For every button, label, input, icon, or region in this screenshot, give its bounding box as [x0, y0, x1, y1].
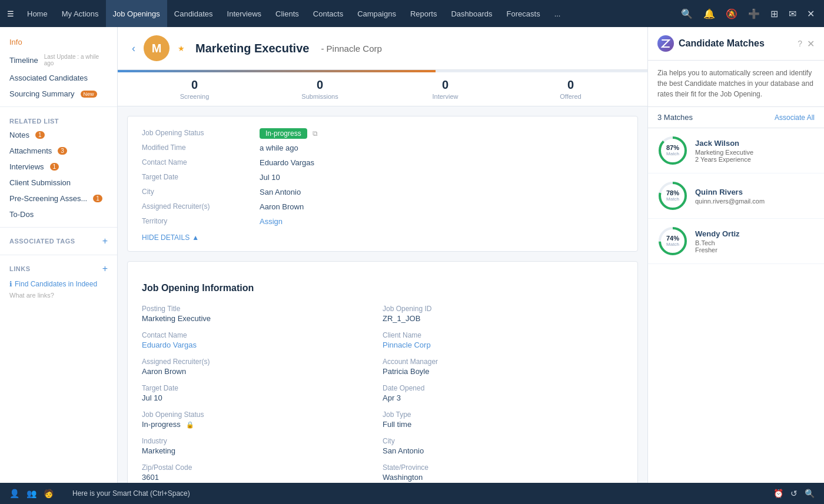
company-name: - Pinnacle Corp: [321, 44, 381, 54]
back-button[interactable]: ‹: [132, 42, 135, 55]
detail-row-recruiter: Assigned Recruiter(s) Aaron Brown: [142, 199, 623, 214]
contact-name-cell: Contact Name Eduardo Vargas: [142, 327, 383, 353]
city-label: City: [142, 188, 260, 196]
match-circle-1: 87% Match: [657, 135, 688, 166]
interviews-badge: 1: [50, 163, 59, 171]
group-icon-bottom[interactable]: 👥: [26, 489, 36, 498]
nav-right-icons: 🔍 🔔 🔕 ➕ ⊞ ✉ ✕: [679, 6, 817, 22]
nav-candidates[interactable]: Candidates: [167, 0, 220, 27]
timeline-label: Timeline: [9, 56, 38, 65]
links-label: LINKS: [9, 265, 31, 272]
state-cell: State/Province Washington: [383, 459, 623, 486]
sidebar-item-timeline[interactable]: Timeline Last Update : a while ago: [0, 50, 117, 70]
nav-clients[interactable]: Clients: [268, 0, 306, 27]
right-panel-header: Candidate Matches ? ✕: [648, 27, 824, 61]
sidebar-item-interviews[interactable]: Interviews 1: [0, 159, 117, 175]
recruiter-label: Assigned Recruiter(s): [142, 202, 260, 211]
contact-name-label: Contact Name: [142, 158, 260, 167]
interview-label: Interview: [383, 93, 508, 100]
status-value: In-progress ⧉: [260, 129, 318, 138]
sidebar-item-notes[interactable]: Notes 1: [0, 127, 117, 143]
person-icon-bottom[interactable]: 🧑: [44, 489, 54, 498]
timeline-sub: Last Update : a while ago: [44, 54, 108, 66]
offered-label: Offered: [508, 93, 633, 100]
sidebar-item-todos[interactable]: To-Dos: [0, 206, 117, 222]
sidebar-item-pre-screening[interactable]: Pre-Screening Asses... 1: [0, 191, 117, 206]
match-name-3: Wendy Ortiz: [695, 229, 740, 238]
nav-my-actions[interactable]: My Actions: [55, 0, 106, 27]
target-date-label: Target Date: [142, 173, 260, 182]
zia-logo-svg: [661, 39, 670, 48]
match-circle-3: 74% Match: [657, 226, 688, 256]
hide-details-button[interactable]: HIDE DETAILS ▲: [142, 233, 623, 242]
star-button[interactable]: ★: [178, 44, 185, 53]
stage-screening[interactable]: 0 Screening: [132, 78, 257, 100]
associated-tags-label: ASSOCIATED TAGS: [9, 238, 75, 245]
clock-icon-bottom[interactable]: ⏰: [773, 489, 783, 498]
job-opening-status-cell: Job Opening Status In-progress 🔒: [142, 406, 383, 433]
industry-cell: Industry Marketing: [142, 433, 383, 459]
close-icon[interactable]: ✕: [805, 6, 817, 22]
nav-forecasts[interactable]: Forecasts: [500, 0, 547, 27]
match-name-1: Jack Wilson: [695, 139, 753, 148]
related-list-label: RELATED LIST: [0, 112, 117, 127]
bottom-right-icons: ⏰ ↺ 🔍: [773, 489, 815, 498]
close-panel-button[interactable]: ✕: [807, 38, 815, 49]
find-candidates-link[interactable]: ℹ Find Candidates in Indeed: [0, 278, 117, 291]
page-title: Marketing Executive: [195, 42, 309, 55]
matches-count: 3 Matches: [657, 113, 693, 122]
nav-dashboards[interactable]: Dashboards: [444, 0, 499, 27]
stage-offered[interactable]: 0 Offered: [508, 78, 633, 100]
hamburger-icon[interactable]: ☰: [7, 9, 14, 18]
search-icon[interactable]: 🔍: [679, 6, 695, 22]
progress-stages: 0 Screening 0 Submissions 0 Interview 0 …: [118, 72, 647, 106]
job-type-cell: Job Type Full time: [383, 406, 623, 433]
sidebar-divider-3: [0, 255, 117, 255]
zip-cell: Zip/Postal Code 3601: [142, 459, 383, 486]
match-item-2: 78% Match Quinn Rivers quinn.rivers@gmai…: [648, 173, 824, 219]
nav-job-openings[interactable]: Job Openings: [106, 0, 167, 27]
nav-contacts[interactable]: Contacts: [306, 0, 350, 27]
territory-value[interactable]: Assign: [260, 217, 283, 226]
left-sidebar: Info Timeline Last Update : a while ago …: [0, 27, 118, 504]
nav-reports[interactable]: Reports: [403, 0, 444, 27]
sidebar-item-attachments[interactable]: Attachments 3: [0, 143, 117, 159]
add-link-button[interactable]: +: [102, 263, 108, 274]
sidebar-item-associated-candidates[interactable]: Associated Candidates: [0, 70, 117, 86]
user-icon-bottom[interactable]: 👤: [9, 489, 19, 498]
match-sub1-3: B.Tech: [695, 239, 740, 246]
screening-count: 0: [132, 78, 257, 92]
new-badge: New: [81, 91, 97, 98]
sidebar-item-info[interactable]: Info: [0, 34, 117, 50]
match-sub1-2: quinn.rivers@gmail.com: [695, 198, 765, 205]
sidebar-item-client-submission[interactable]: Client Submission: [0, 175, 117, 191]
zia-description: Zia helps you to automatically screen an…: [648, 61, 824, 107]
sidebar-item-sourcing-summary[interactable]: Sourcing Summary New: [0, 86, 117, 102]
stage-submissions[interactable]: 0 Submissions: [257, 78, 383, 100]
apps-icon[interactable]: ⊞: [768, 6, 780, 22]
detail-row-city: City San Antonio: [142, 185, 623, 199]
nav-home[interactable]: Home: [20, 0, 55, 27]
add-tag-button[interactable]: +: [102, 236, 108, 246]
notifications-icon[interactable]: 🔔: [701, 6, 717, 22]
nav-interviews[interactable]: Interviews: [220, 0, 269, 27]
mail-icon[interactable]: ✉: [786, 6, 799, 22]
target-date-info-cell: Target Date Jul 10: [142, 380, 383, 406]
submissions-label: Submissions: [257, 93, 383, 100]
reload-icon-bottom[interactable]: ↺: [790, 489, 798, 498]
stage-interview[interactable]: 0 Interview: [383, 78, 508, 100]
pre-screening-badge: 1: [93, 195, 102, 202]
nav-more[interactable]: ...: [547, 0, 568, 27]
right-panel: Candidate Matches ? ✕ Zia helps you to a…: [647, 27, 824, 504]
detail-row-modified: Modified Time a while ago: [142, 141, 623, 155]
add-icon[interactable]: ➕: [746, 6, 762, 22]
bell-icon[interactable]: 🔕: [723, 6, 740, 22]
copy-icon[interactable]: ⧉: [313, 129, 318, 138]
page-header: ‹ M ★ Marketing Executive - Pinnacle Cor…: [118, 27, 647, 70]
search-icon-bottom[interactable]: 🔍: [805, 489, 815, 498]
match-sub2-1: 2 Years Experience: [695, 156, 753, 163]
job-info-section: Job Opening Information Posting Title Ma…: [127, 261, 638, 504]
nav-campaigns[interactable]: Campaigns: [350, 0, 403, 27]
help-button[interactable]: ?: [798, 39, 802, 48]
associate-all-button[interactable]: Associate All: [775, 114, 815, 122]
